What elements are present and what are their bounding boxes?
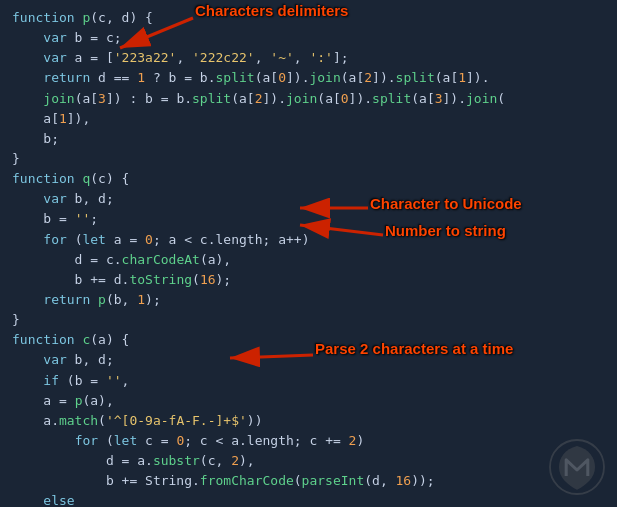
code-block: function p(c, d) { var b = c; var a = ['… xyxy=(12,8,605,507)
code-container: function p(c, d) { var b = c; var a = ['… xyxy=(0,0,617,507)
malwarebytes-logo xyxy=(547,437,607,497)
